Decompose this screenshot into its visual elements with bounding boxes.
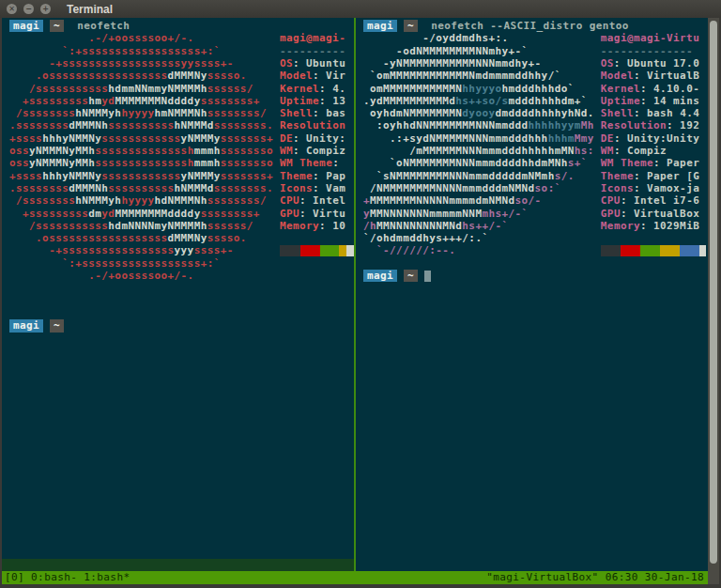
prompt-dir-segment: ~ [50, 319, 64, 332]
terminal-line: /sssssssshNMMMyhhyyyyhdNMMMNhssssssss/ C… [9, 194, 345, 208]
terminal-color-swatch [601, 245, 621, 256]
maximize-button[interactable]: + [40, 4, 51, 14]
ascii-art-segment: .-/+oossssoo+/-. [9, 270, 194, 282]
neofetch-label: WM Theme [280, 157, 332, 169]
ascii-art-segment: ssss+- [194, 244, 234, 256]
ascii-art-segment: /NMMMMMMMMNNNNmmmdddmNMNd [363, 182, 535, 194]
prompt-command: neofetch --ASCII_distro gentoo [424, 20, 629, 32]
terminal-line: /mMMMMMMNNNmmmdddhhhhhmMNhs: WM: Compiz [363, 145, 667, 158]
ascii-art-segment: hm [88, 95, 101, 107]
terminal-content: magi~ neofetch .-/+oossssoo+/-. magi@mag… [2, 18, 708, 584]
ascii-art-segment: s+` [568, 157, 588, 169]
ascii-art-segment: so:` [535, 182, 561, 194]
minimize-button[interactable]: − [23, 4, 34, 14]
ascii-art-segment: -+ssssssssssssssssssyyssss+- [9, 57, 234, 70]
terminal-line: /ssssssssssshdmNNNNmyNMMMMhssssss/ Memor… [9, 220, 345, 233]
titlebar[interactable]: ✕ − + Terminal [0, 0, 721, 18]
ascii-art-segment: oyhdmNMMMMMMMN [363, 107, 462, 119]
ascii-art-segment: sssssss+ [221, 170, 273, 182]
terminal-line: `sNMMMMMMMMNNNmmmdddddmNMmhs/. Theme: Pa… [363, 170, 699, 183]
ascii-art-segment: ssssssssssssssh [95, 157, 193, 169]
ascii-art-segment: ssssssss/ [207, 107, 267, 119]
ascii-art-segment: `:+ssssssssssssssssss+:` [9, 45, 221, 57]
ascii-art-segment: dyooy [462, 107, 495, 119]
prompt-user-segment: magi [9, 319, 43, 332]
neofetch-value: ---------- [280, 45, 345, 57]
terminal-line: `omMMMMMMMMMMMMNmdmmmmddhhy/` Model: Vir… [363, 70, 699, 83]
terminal-line: `:+ssssssssssssssssss+:` ---------- [9, 45, 345, 58]
neofetch-value: : Ubuntu [293, 57, 345, 70]
tmux-pane-right[interactable]: magi~ neofetch --ASCII_distro gentoo -/o… [356, 18, 708, 559]
ascii-art-segment: `sNMMMMMMMMNNNmmmdddddmNMmh [363, 170, 555, 182]
ascii-art-segment: .ossssssssssssssssss [9, 232, 168, 244]
ascii-art-segment: +ssss [9, 132, 42, 145]
ascii-art-segment: .-/+oossssoo+/-. [9, 32, 194, 44]
terminal-line: /NMMMMMMMMNNNNmmmdddmNMNdso:` Icons: Vam… [363, 182, 699, 195]
terminal-line: .ydMMMMMMMMMMdhs++so/smdddhhhhdm+` Uptim… [363, 95, 699, 108]
pane-bottom-band [2, 559, 354, 571]
ascii-art-segment: MMMMMMMNddddy [115, 95, 200, 107]
neofetch-value: : Vamox-ja [634, 182, 699, 194]
terminal-line: -/oyddmdhs+:. magi@magi-Virtu [363, 32, 699, 45]
neofetch-label: Memory [601, 220, 640, 232]
ascii-art-segment: y [363, 208, 370, 220]
scrollbar-thumb[interactable] [710, 21, 717, 564]
neofetch-value: : 14 mins [640, 95, 699, 107]
neofetch-value: : Pap [313, 170, 345, 182]
neofetch-label: Resolution [280, 119, 345, 132]
ascii-art-segment: ssssssssssss [101, 170, 180, 182]
ascii-art-segment: s/. [555, 170, 575, 182]
terminal-line: -+ssssssssssssssssssyyssss+- OS: Ubuntu [9, 57, 345, 70]
close-button[interactable]: ✕ [7, 4, 17, 14]
ascii-art-segment: + [363, 194, 370, 207]
neofetch-value: : bas [313, 107, 345, 119]
neofetch-value: : 4.10.0- [640, 83, 699, 95]
ascii-art-segment: yNMMMNyMMh [29, 145, 95, 157]
ascii-art-segment: ssssssssss [108, 182, 174, 194]
ascii-art-segment: ssssssss+ [201, 208, 260, 220]
neofetch-value: -------------- [601, 45, 693, 57]
terminal-color-swatch [621, 245, 640, 256]
ascii-art-segment: /mMMMMMMNNNmmmdddhhhhhmMN [363, 145, 575, 157]
ascii-art-segment: .ssssssss [9, 119, 69, 132]
ascii-art-segment: ssssssso [221, 157, 273, 169]
ascii-art-segment: .ossssssssssssssssss [9, 70, 168, 82]
ascii-art-segment: mdddhhhhdm+` [509, 95, 588, 107]
ascii-art-segment: oss [9, 157, 29, 169]
ascii-art-segment: dm [88, 208, 101, 220]
scrollbar-trough[interactable] [708, 18, 719, 584]
ascii-art-segment: hyyyy [121, 194, 154, 207]
terminal-line: `-//////:--. [363, 244, 706, 257]
ascii-art-segment: hhhm [548, 132, 575, 145]
neofetch-label: magi@magi-Virtu [601, 32, 699, 44]
neofetch-label: Icons [280, 182, 313, 194]
neofetch-label: Memory [280, 220, 319, 232]
neofetch-label: Uptime [601, 95, 640, 107]
ascii-art-segment: hhhyNMMNy [42, 132, 101, 145]
neofetch-value: : Unity: [293, 132, 345, 145]
shell-prompt: magi~ [9, 319, 70, 333]
ascii-art-segment: ssssss/ [207, 220, 253, 232]
neofetch-value: : 1029MiB [640, 220, 699, 232]
ascii-art-segment: yd [101, 95, 115, 107]
neofetch-label: Theme [601, 170, 634, 182]
ascii-art-segment: sssso. [207, 70, 247, 82]
tmux-pane-left[interactable]: magi~ neofetch .-/+oossssoo+/-. magi@mag… [2, 18, 354, 559]
ascii-art-segment: hNMMMd [175, 119, 214, 132]
ascii-art-segment: hdNMMMNh [155, 194, 207, 207]
ascii-art-segment: MMMMMMMNNNNNmmmmdmNMNd [370, 194, 515, 207]
tmux-session-windows[interactable]: [0] 0:bash- 1:bash* [2, 571, 130, 584]
ascii-art-segment: -odNMMMMMMMMNNmhy+-` [363, 45, 529, 57]
ascii-art-segment: hNMMMyh [75, 107, 121, 119]
ascii-art-segment: omMMMMMMMMMMMN [363, 83, 462, 95]
ascii-art-segment: `-//////:--. [363, 244, 455, 256]
neofetch-value: : 192 [667, 119, 699, 132]
neofetch-label: Uptime [280, 95, 319, 107]
terminal-line: +sssshhhyNMMNyssssssssssssyNMMMysssssss+… [9, 170, 345, 183]
terminal-line: ossyNMMMNyMMhsssssssssssssshmmmhssssssso… [9, 157, 339, 170]
ascii-art-segment: `/ohdmmddhys+++/:.` [363, 232, 488, 244]
neofetch-label: GPU [280, 208, 299, 220]
terminal-line: -yNMMMMMMMMMMMNNNmmdhy+- OS: Ubuntu 17.0 [363, 57, 699, 70]
neofetch-value: : [332, 157, 339, 169]
prompt-user-segment: magi [9, 20, 43, 32]
